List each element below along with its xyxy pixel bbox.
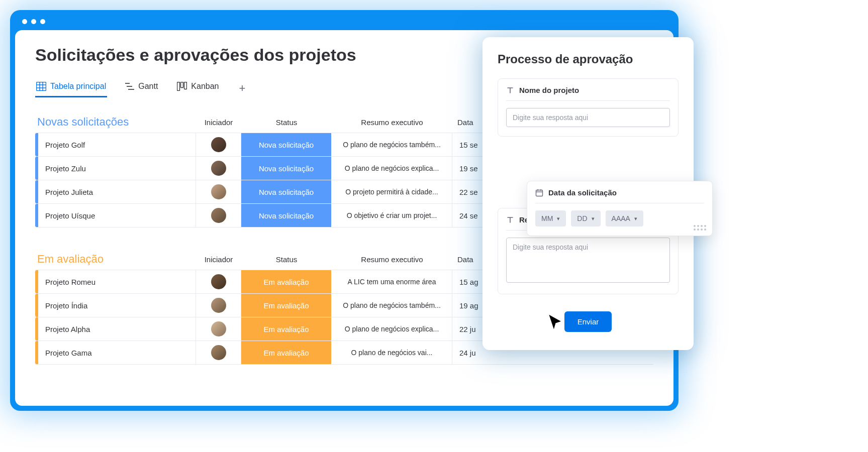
date-part-label: AAAA: [612, 214, 630, 222]
cell-status[interactable]: Em avaliação: [241, 294, 332, 317]
cell-status[interactable]: Nova solicitação: [241, 204, 332, 227]
cell-iniciador[interactable]: [196, 180, 241, 203]
date-month-select[interactable]: MM ▾: [535, 210, 566, 227]
form-field-date: Data da solicitação MM ▾ DD ▾ AAAA ▾: [527, 181, 713, 236]
date-part-label: MM: [541, 214, 553, 222]
cell-name[interactable]: Projeto Golf: [38, 133, 196, 156]
date-part-label: DD: [577, 214, 587, 222]
gantt-icon: [125, 82, 134, 90]
cell-status[interactable]: Nova solicitação: [241, 133, 332, 156]
resumo-textarea[interactable]: [506, 238, 670, 283]
window-controls: [15, 15, 673, 30]
window-dot: [22, 19, 27, 24]
avatar: [211, 161, 226, 176]
cell-name[interactable]: Projeto Alpha: [38, 317, 196, 341]
cell-status[interactable]: Nova solicitação: [241, 157, 332, 180]
avatar: [211, 274, 226, 289]
tab-gantt[interactable]: Gantt: [124, 79, 159, 97]
cell-iniciador[interactable]: [196, 204, 241, 227]
cell-name[interactable]: Projeto Romeu: [38, 270, 196, 293]
group-title[interactable]: Em avaliação: [35, 249, 196, 270]
cell-name[interactable]: Projeto Índia: [38, 294, 196, 317]
chevron-down-icon: ▾: [592, 215, 595, 222]
column-header-iniciador[interactable]: Iniciador: [196, 114, 241, 131]
cell-status[interactable]: Em avaliação: [241, 317, 332, 341]
panel-title: Processo de aprovação: [498, 52, 679, 66]
cell-resumo[interactable]: O plano de negócios também...: [332, 133, 452, 156]
avatar: [211, 184, 226, 199]
column-header-status[interactable]: Status: [241, 114, 332, 131]
window-dot: [31, 19, 36, 24]
calendar-icon: [535, 189, 543, 197]
column-header-iniciador[interactable]: Iniciador: [196, 251, 241, 268]
text-icon: [506, 216, 514, 224]
tab-label: Tabela principal: [50, 82, 106, 91]
form-field-header: Nome do projeto: [506, 86, 670, 101]
cell-iniciador[interactable]: [196, 294, 241, 317]
text-icon: [506, 86, 514, 94]
cell-name[interactable]: Projeto Julieta: [38, 180, 196, 203]
tab-label: Gantt: [138, 82, 158, 91]
table-icon: [36, 82, 46, 91]
svg-rect-10: [184, 82, 187, 89]
cell-resumo[interactable]: O plano de negócios vai...: [332, 341, 452, 364]
cell-resumo[interactable]: O projeto permitirá à cidade...: [332, 180, 452, 203]
date-inputs: MM ▾ DD ▾ AAAA ▾: [535, 210, 704, 227]
column-header-status[interactable]: Status: [241, 251, 332, 268]
chevron-down-icon: ▾: [557, 215, 560, 222]
chevron-down-icon: ▾: [634, 215, 637, 222]
svg-rect-8: [177, 82, 180, 91]
cell-iniciador[interactable]: [196, 317, 241, 341]
cell-status[interactable]: Nova solicitação: [241, 180, 332, 203]
cell-iniciador[interactable]: [196, 341, 241, 364]
cell-name[interactable]: Projeto Zulu: [38, 157, 196, 180]
svg-rect-0: [37, 82, 46, 91]
field-label: Nome do projeto: [519, 86, 579, 94]
column-header-resumo[interactable]: Resumo executivo: [332, 251, 452, 268]
cell-resumo[interactable]: O plano de negócios explica...: [332, 157, 452, 180]
project-name-input[interactable]: [506, 108, 670, 127]
avatar: [211, 208, 226, 223]
add-view-button[interactable]: +: [237, 82, 248, 95]
submit-button[interactable]: Enviar: [564, 311, 612, 332]
column-header-resumo[interactable]: Resumo executivo: [332, 114, 452, 131]
cursor-icon: [547, 312, 565, 332]
tab-tabela-principal[interactable]: Tabela principal: [35, 79, 107, 97]
cell-status[interactable]: Em avaliação: [241, 341, 332, 364]
date-year-select[interactable]: AAAA ▾: [606, 210, 643, 227]
group-title[interactable]: Novas solicitações: [35, 111, 196, 133]
date-day-select[interactable]: DD ▾: [571, 210, 600, 227]
tab-kanban[interactable]: Kanban: [176, 79, 220, 97]
avatar: [211, 321, 226, 336]
form-field-project-name: Nome do projeto: [498, 78, 679, 137]
approval-panel: Processo de aprovação Nome do projeto Re…: [483, 37, 694, 350]
field-label: Data da solicitação: [548, 188, 617, 197]
cell-resumo[interactable]: O plano de negócios também...: [332, 294, 452, 317]
avatar: [211, 345, 226, 360]
kanban-icon: [177, 82, 187, 91]
cell-name[interactable]: Projeto Uísque: [38, 204, 196, 227]
avatar: [211, 137, 226, 152]
cell-resumo[interactable]: O objetivo é criar um projet...: [332, 204, 452, 227]
cell-resumo[interactable]: A LIC tem uma enorme área: [332, 270, 452, 293]
svg-rect-11: [536, 190, 543, 196]
cell-iniciador[interactable]: [196, 157, 241, 180]
window-dot: [40, 19, 45, 24]
tab-label: Kanban: [191, 82, 219, 91]
cell-resumo[interactable]: O plano de negócios explica...: [332, 317, 452, 341]
svg-rect-9: [181, 82, 183, 88]
cell-name[interactable]: Projeto Gama: [38, 341, 196, 364]
form-field-header: Data da solicitação: [535, 188, 704, 203]
avatar: [211, 298, 226, 313]
cell-status[interactable]: Em avaliação: [241, 270, 332, 293]
cell-iniciador[interactable]: [196, 133, 241, 156]
drag-handle-icon[interactable]: [694, 225, 706, 231]
cell-iniciador[interactable]: [196, 270, 241, 293]
submit-area: Enviar: [498, 311, 679, 332]
